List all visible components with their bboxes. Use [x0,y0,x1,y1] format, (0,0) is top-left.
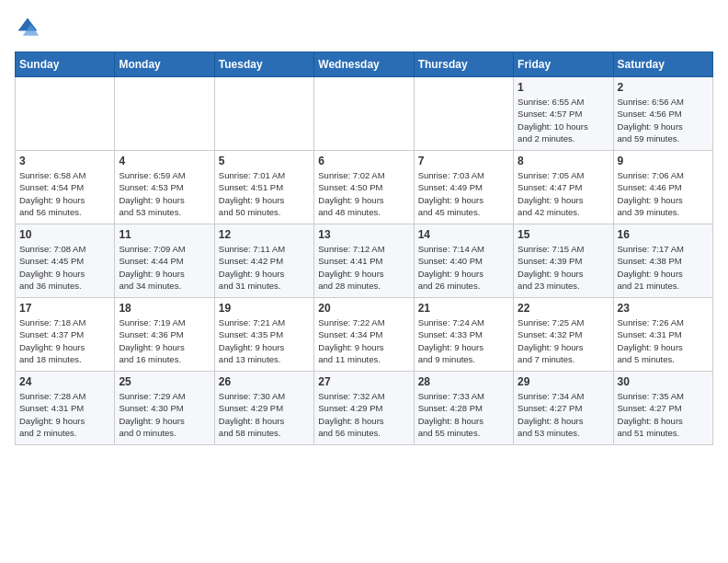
day-number: 12 [219,228,310,241]
day-number: 23 [618,302,709,315]
day-info: Sunrise: 7:22 AMSunset: 4:34 PMDaylight:… [318,316,409,365]
calendar-cell: 21Sunrise: 7:24 AMSunset: 4:33 PMDayligh… [414,298,513,372]
calendar-cell [214,77,313,151]
day-number: 21 [418,302,509,315]
day-info: Sunrise: 6:56 AMSunset: 4:56 PMDaylight:… [618,96,709,144]
day-info: Sunrise: 7:11 AMSunset: 4:42 PMDaylight:… [219,243,310,292]
day-header-thursday: Thursday [414,52,513,77]
day-info: Sunrise: 7:08 AMSunset: 4:45 PMDaylight:… [19,243,110,292]
calendar-cell: 12Sunrise: 7:11 AMSunset: 4:42 PMDayligh… [214,224,313,298]
day-number: 20 [318,302,409,315]
day-header-sunday: Sunday [16,52,115,77]
day-info: Sunrise: 7:35 AMSunset: 4:27 PMDaylight:… [618,390,709,439]
calendar-cell [115,77,214,151]
day-number: 27 [318,375,409,388]
calendar-cell: 15Sunrise: 7:15 AMSunset: 4:39 PMDayligh… [514,224,613,298]
day-info: Sunrise: 7:28 AMSunset: 4:31 PMDaylight:… [19,390,110,439]
calendar-cell: 25Sunrise: 7:29 AMSunset: 4:30 PMDayligh… [115,372,214,445]
day-number: 18 [119,302,210,315]
day-number: 26 [219,375,310,388]
calendar-cell [414,77,513,151]
day-number: 10 [19,228,110,241]
day-number: 7 [418,155,509,167]
calendar-cell: 19Sunrise: 7:21 AMSunset: 4:35 PMDayligh… [214,298,313,372]
day-info: Sunrise: 7:19 AMSunset: 4:36 PMDaylight:… [119,316,210,365]
day-info: Sunrise: 7:17 AMSunset: 4:38 PMDaylight:… [618,243,709,292]
day-info: Sunrise: 7:03 AMSunset: 4:49 PMDaylight:… [418,169,509,218]
day-number: 28 [418,375,509,388]
day-info: Sunrise: 7:15 AMSunset: 4:39 PMDaylight:… [518,243,609,292]
calendar-cell: 24Sunrise: 7:28 AMSunset: 4:31 PMDayligh… [16,372,115,445]
day-info: Sunrise: 7:01 AMSunset: 4:51 PMDaylight:… [219,169,310,218]
day-info: Sunrise: 7:24 AMSunset: 4:33 PMDaylight:… [418,316,509,365]
day-info: Sunrise: 6:58 AMSunset: 4:54 PMDaylight:… [19,169,110,218]
day-header-friday: Friday [514,52,613,77]
calendar-cell: 10Sunrise: 7:08 AMSunset: 4:45 PMDayligh… [16,224,115,298]
page-header [15,15,713,40]
calendar-cell: 9Sunrise: 7:06 AMSunset: 4:46 PMDaylight… [613,151,712,224]
calendar-cell: 6Sunrise: 7:02 AMSunset: 4:50 PMDaylight… [314,151,414,224]
calendar-cell: 8Sunrise: 7:05 AMSunset: 4:47 PMDaylight… [514,151,613,224]
day-info: Sunrise: 7:29 AMSunset: 4:30 PMDaylight:… [119,390,210,439]
day-info: Sunrise: 7:32 AMSunset: 4:29 PMDaylight:… [318,390,409,439]
day-info: Sunrise: 7:12 AMSunset: 4:41 PMDaylight:… [318,243,409,292]
calendar-table: SundayMondayTuesdayWednesdayThursdayFrid… [15,52,713,445]
calendar-cell: 3Sunrise: 6:58 AMSunset: 4:54 PMDaylight… [16,151,115,224]
calendar-cell: 16Sunrise: 7:17 AMSunset: 4:38 PMDayligh… [613,224,712,298]
day-info: Sunrise: 7:21 AMSunset: 4:35 PMDaylight:… [219,316,310,365]
day-number: 14 [418,228,509,241]
day-info: Sunrise: 7:25 AMSunset: 4:32 PMDaylight:… [518,316,609,365]
day-header-wednesday: Wednesday [314,52,414,77]
calendar-cell [16,77,115,151]
calendar-cell: 27Sunrise: 7:32 AMSunset: 4:29 PMDayligh… [314,372,414,445]
day-number: 17 [19,302,110,315]
calendar-cell: 22Sunrise: 7:25 AMSunset: 4:32 PMDayligh… [514,298,613,372]
day-number: 5 [219,155,310,167]
day-number: 2 [618,81,709,94]
day-info: Sunrise: 7:26 AMSunset: 4:31 PMDaylight:… [618,316,709,365]
logo [15,15,44,40]
calendar-cell: 30Sunrise: 7:35 AMSunset: 4:27 PMDayligh… [613,372,712,445]
day-number: 13 [318,228,409,241]
day-info: Sunrise: 7:05 AMSunset: 4:47 PMDaylight:… [518,169,609,218]
day-header-saturday: Saturday [613,52,712,77]
day-info: Sunrise: 7:14 AMSunset: 4:40 PMDaylight:… [418,243,509,292]
day-number: 15 [518,228,609,241]
day-info: Sunrise: 6:59 AMSunset: 4:53 PMDaylight:… [119,169,210,218]
day-info: Sunrise: 7:34 AMSunset: 4:27 PMDaylight:… [518,390,609,439]
calendar-cell: 7Sunrise: 7:03 AMSunset: 4:49 PMDaylight… [414,151,513,224]
day-info: Sunrise: 7:33 AMSunset: 4:28 PMDaylight:… [418,390,509,439]
calendar-cell: 18Sunrise: 7:19 AMSunset: 4:36 PMDayligh… [115,298,214,372]
day-number: 9 [618,155,709,167]
calendar-cell: 29Sunrise: 7:34 AMSunset: 4:27 PMDayligh… [514,372,613,445]
day-number: 24 [19,375,110,388]
calendar-cell: 23Sunrise: 7:26 AMSunset: 4:31 PMDayligh… [613,298,712,372]
calendar-cell: 13Sunrise: 7:12 AMSunset: 4:41 PMDayligh… [314,224,414,298]
day-header-monday: Monday [115,52,214,77]
calendar-cell: 17Sunrise: 7:18 AMSunset: 4:37 PMDayligh… [16,298,115,372]
day-number: 16 [618,228,709,241]
day-number: 4 [119,155,210,167]
day-info: Sunrise: 7:30 AMSunset: 4:29 PMDaylight:… [219,390,310,439]
day-number: 6 [318,155,409,167]
calendar-cell: 28Sunrise: 7:33 AMSunset: 4:28 PMDayligh… [414,372,513,445]
calendar-cell: 4Sunrise: 6:59 AMSunset: 4:53 PMDaylight… [115,151,214,224]
day-number: 11 [119,228,210,241]
day-number: 25 [119,375,210,388]
day-number: 30 [618,375,709,388]
day-info: Sunrise: 7:06 AMSunset: 4:46 PMDaylight:… [618,169,709,218]
day-info: Sunrise: 7:18 AMSunset: 4:37 PMDaylight:… [19,316,110,365]
calendar-cell: 26Sunrise: 7:30 AMSunset: 4:29 PMDayligh… [214,372,313,445]
day-info: Sunrise: 7:02 AMSunset: 4:50 PMDaylight:… [318,169,409,218]
logo-icon [15,15,40,40]
calendar-cell [314,77,414,151]
day-info: Sunrise: 7:09 AMSunset: 4:44 PMDaylight:… [119,243,210,292]
day-number: 3 [19,155,110,167]
day-header-tuesday: Tuesday [214,52,313,77]
calendar-cell: 2Sunrise: 6:56 AMSunset: 4:56 PMDaylight… [613,77,712,151]
day-number: 22 [518,302,609,315]
calendar-cell: 14Sunrise: 7:14 AMSunset: 4:40 PMDayligh… [414,224,513,298]
day-number: 19 [219,302,310,315]
calendar-cell: 5Sunrise: 7:01 AMSunset: 4:51 PMDaylight… [214,151,313,224]
calendar-cell: 1Sunrise: 6:55 AMSunset: 4:57 PMDaylight… [514,77,613,151]
